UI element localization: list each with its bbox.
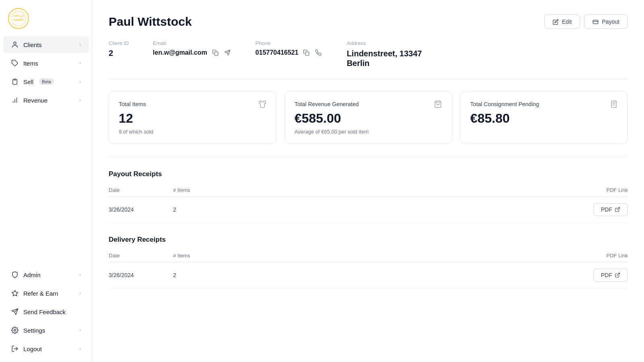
payout-receipt-row: 3/26/2024 2 PDF — [109, 197, 628, 223]
arrow-send-icon — [224, 49, 231, 56]
payout-label: Payout — [602, 19, 619, 25]
copy-email-button[interactable] — [211, 49, 219, 57]
sidebar-item-refer[interactable]: Refer & Earn › — [3, 285, 89, 302]
svg-rect-15 — [593, 20, 599, 24]
stat-consignment-label: Total Consignment Pending — [470, 101, 539, 107]
sidebar-item-admin[interactable]: Admin › — [3, 266, 89, 283]
logo-area: CIRCLE HANDS — [0, 0, 92, 35]
svg-text:HANDS: HANDS — [14, 19, 24, 21]
stat-revenue-sub: Average of €65.00 per sold item — [295, 129, 442, 135]
sidebar-admin-label: Admin — [23, 272, 41, 278]
chevron-icon: › — [79, 60, 81, 66]
main-content: Paul Wittstock Edit Payout Client ID 2 E… — [93, 0, 644, 362]
sidebar-item-revenue[interactable]: Revenue › — [3, 92, 89, 109]
send-icon — [11, 308, 19, 315]
svg-line-26 — [617, 208, 619, 210]
client-phone-group: Phone 015770416521 — [256, 40, 323, 68]
person-icon — [11, 41, 19, 48]
chevron-icon: › — [79, 97, 81, 103]
payout-pdf-cell: PDF — [221, 203, 628, 216]
payout-pdf-button[interactable]: PDF — [593, 203, 628, 216]
client-address-line1: Lindenstreet, 13347 — [347, 49, 422, 58]
sidebar-feedback-label: Send Feedback — [23, 309, 66, 315]
payout-col-items-header: # Items — [173, 187, 221, 193]
sidebar-nav: Clients › Items › Sell Beta › — [0, 35, 92, 362]
stat-card-consignment: Total Consignment Pending €85.80 — [460, 91, 628, 144]
client-phone-value: 015770416521 — [256, 49, 299, 56]
copy-icon — [212, 49, 219, 56]
external-link-icon — [615, 207, 620, 212]
payout-items-cell: 2 — [173, 206, 221, 213]
copy-phone-icon — [303, 49, 310, 56]
sidebar-clients-label: Clients — [23, 41, 42, 48]
phone-icon — [315, 49, 322, 56]
payout-button[interactable]: Payout — [584, 14, 628, 29]
send-email-button[interactable] — [223, 49, 231, 57]
payout-date-cell: 3/26/2024 — [109, 206, 173, 213]
payout-receipts-title: Payout Receipts — [109, 170, 628, 178]
payout-icon — [592, 19, 599, 25]
sidebar: CIRCLE HANDS Clients › Items › — [0, 0, 93, 362]
delivery-date-cell: 3/26/2024 — [109, 272, 173, 278]
shield-icon — [11, 271, 19, 278]
sidebar-logout-label: Logout — [23, 346, 42, 352]
payout-receipts-header: Date # Items PDF Link — [109, 184, 628, 197]
sidebar-settings-label: Settings — [23, 327, 45, 334]
chevron-icon: › — [79, 290, 81, 296]
edit-button[interactable]: Edit — [544, 14, 580, 29]
call-button[interactable] — [314, 49, 322, 57]
client-id-group: Client ID 2 — [109, 40, 129, 68]
svg-marker-10 — [12, 290, 18, 296]
gear-icon — [11, 327, 19, 334]
sidebar-item-sell[interactable]: Sell Beta › — [3, 73, 89, 90]
page-header: Paul Wittstock Edit Payout — [109, 14, 628, 29]
payout-receipts-section: Payout Receipts Date # Items PDF Link 3/… — [109, 170, 628, 223]
delivery-pdf-cell: PDF — [221, 269, 628, 282]
sidebar-item-clients[interactable]: Clients › — [3, 36, 89, 53]
delivery-pdf-button[interactable]: PDF — [593, 269, 628, 282]
shirt-icon — [258, 100, 266, 108]
svg-rect-22 — [611, 101, 616, 108]
copy-phone-button[interactable] — [302, 49, 310, 57]
delivery-col-date-header: Date — [109, 253, 173, 259]
client-id-label: Client ID — [109, 40, 129, 46]
stat-revenue-value: €585.00 — [295, 111, 442, 125]
chart-icon — [11, 97, 19, 104]
star-icon — [11, 290, 19, 297]
edit-label: Edit — [562, 19, 572, 25]
sidebar-item-settings[interactable]: Settings › — [3, 322, 89, 339]
sidebar-items-label: Items — [23, 60, 38, 67]
bag-icon — [434, 100, 442, 108]
delivery-items-cell: 2 — [173, 272, 221, 278]
delivery-receipts-header: Date # Items PDF Link — [109, 249, 628, 262]
client-email-group: Email len.w@gmail.com — [153, 40, 231, 68]
external-link-icon — [615, 272, 620, 278]
sidebar-item-feedback[interactable]: Send Feedback — [3, 303, 89, 320]
sidebar-item-items[interactable]: Items › — [3, 55, 89, 72]
chevron-icon: › — [79, 79, 81, 84]
edit-icon — [553, 19, 559, 25]
stat-card-revenue: Total Revenue Generated €585.00 Average … — [285, 91, 452, 144]
stat-items-value: 12 — [119, 111, 266, 125]
stat-revenue-label: Total Revenue Generated — [295, 101, 359, 107]
stat-consignment-value: €85.80 — [470, 111, 618, 125]
payout-col-pdf-header: PDF Link — [221, 187, 628, 193]
beta-badge: Beta — [39, 78, 54, 85]
logout-icon — [11, 345, 19, 352]
chevron-icon: › — [79, 272, 81, 278]
svg-rect-17 — [215, 52, 218, 56]
receipt-icon — [11, 78, 19, 85]
delivery-col-items-header: # Items — [173, 253, 221, 259]
client-address-group: Address Lindenstreet, 13347 Berlin — [347, 40, 422, 68]
consignment-icon — [610, 100, 618, 108]
svg-line-27 — [617, 273, 619, 276]
stat-items-sub: 9 of which sold — [119, 129, 266, 135]
sidebar-revenue-label: Revenue — [23, 97, 47, 104]
client-phone-label: Phone — [256, 40, 323, 46]
svg-point-4 — [14, 42, 16, 44]
svg-rect-6 — [14, 79, 16, 80]
client-address-line2: Berlin — [347, 59, 369, 68]
sidebar-item-logout[interactable]: Logout › — [3, 340, 89, 357]
delivery-receipt-row: 3/26/2024 2 PDF — [109, 262, 628, 288]
chevron-icon: › — [79, 327, 81, 333]
